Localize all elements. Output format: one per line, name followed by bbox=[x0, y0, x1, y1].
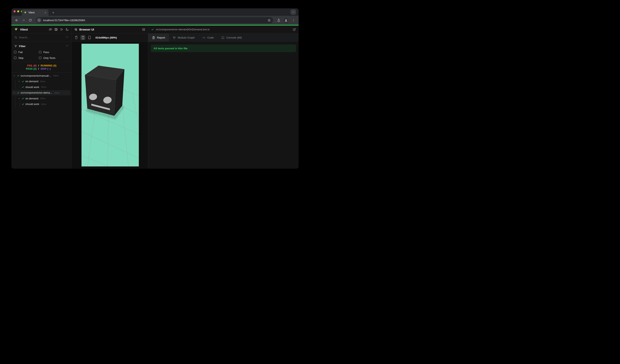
device-tablet-icon[interactable] bbox=[87, 35, 92, 40]
banner-text: All tests passed in this file bbox=[154, 47, 187, 50]
pass-check-icon bbox=[22, 86, 24, 88]
profile-avatar-icon[interactable] bbox=[283, 18, 289, 23]
tested-app-viewport[interactable] bbox=[81, 44, 139, 166]
pass-count: PASS (2) bbox=[11, 67, 37, 70]
traffic-lights bbox=[14, 10, 23, 12]
all-tests-passed-banner: All tests passed in this file bbox=[151, 44, 296, 52]
report-file-header: src/components/on-demand/OnDemand.test.t… bbox=[148, 26, 299, 33]
browser-ui-panel: Browser UI 414x896px (68%) bbox=[72, 26, 148, 169]
pass-check-icon bbox=[22, 80, 24, 83]
status-summary: FAIL (0) / RUNNING (0) PASS (2) / SKIP (… bbox=[11, 62, 71, 73]
device-phone-add-icon[interactable] bbox=[80, 35, 85, 40]
back-arrow-icon[interactable] bbox=[14, 17, 19, 23]
sidebar-header: Vitest bbox=[11, 26, 71, 33]
device-phone-small-icon[interactable] bbox=[74, 35, 79, 40]
tree-item-label: src/components/manual/… bbox=[21, 74, 51, 77]
dashboard-icon[interactable] bbox=[54, 28, 58, 31]
filter-options: Fail Pass Skip Only Tests bbox=[11, 50, 71, 60]
url-text[interactable]: localhost:5173/#/?file=1828625563 bbox=[43, 19, 267, 22]
clear-filter-icon[interactable] bbox=[65, 36, 68, 39]
stacked-windows-icon[interactable] bbox=[49, 28, 52, 31]
close-window-button[interactable] bbox=[14, 10, 16, 12]
vitest-logo-icon bbox=[14, 28, 18, 31]
checkbox[interactable] bbox=[39, 57, 41, 59]
flask-icon[interactable] bbox=[276, 17, 281, 23]
checkbox-label: Only Tests bbox=[43, 57, 55, 59]
dock-panel-right-icon[interactable] bbox=[142, 28, 145, 31]
chevron-down-icon[interactable] bbox=[13, 91, 16, 94]
tree-item-duration: 55ms bbox=[41, 86, 46, 88]
checkbox-label: Pass bbox=[43, 51, 49, 54]
globe-icon bbox=[74, 28, 78, 31]
report-clipboard-icon bbox=[152, 36, 155, 39]
chevron-down-icon[interactable] bbox=[13, 74, 16, 77]
chevron-down-icon[interactable] bbox=[17, 97, 21, 100]
search-bar[interactable]: Search... bbox=[11, 33, 71, 42]
viewport-size-label[interactable]: 414x896px (68%) bbox=[95, 36, 117, 39]
checkbox[interactable] bbox=[14, 57, 16, 59]
tab-search-chevron-icon[interactable] bbox=[290, 9, 296, 15]
pass-check-icon bbox=[17, 91, 20, 94]
tab-report[interactable]: Report bbox=[148, 33, 169, 42]
tab-module-graph[interactable]: Module Graph bbox=[169, 33, 199, 42]
filter-checkbox-only-tests[interactable]: Only Tests bbox=[39, 56, 71, 60]
tab-label: Module Graph bbox=[178, 36, 195, 39]
reload-icon[interactable] bbox=[27, 17, 33, 23]
browser-window: Vitest bbox=[11, 8, 299, 169]
tab-console[interactable]: Console (69) bbox=[217, 33, 246, 42]
checkbox[interactable] bbox=[39, 51, 41, 53]
bookmark-star-icon[interactable] bbox=[267, 18, 271, 23]
browser-toolbar: localhost:5173/#/?file=1828625563 bbox=[11, 16, 299, 25]
checkbox[interactable] bbox=[14, 51, 16, 53]
status-separator: / bbox=[38, 67, 40, 70]
tree-row[interactable]: on demand 56ms bbox=[11, 79, 71, 84]
search-input[interactable]: Search... bbox=[19, 36, 64, 39]
app-title: Vitest bbox=[20, 28, 47, 31]
tab-label: Code bbox=[207, 36, 214, 39]
vitest-favicon bbox=[24, 11, 27, 14]
pass-check-icon bbox=[22, 103, 24, 106]
chevron-down-icon[interactable] bbox=[17, 80, 21, 83]
tree-item-duration: 56ms bbox=[40, 80, 46, 83]
tree-row[interactable]: src/components/on-dema… 43ms bbox=[11, 90, 71, 96]
pass-check-icon bbox=[17, 74, 20, 77]
clear-filter-icon[interactable] bbox=[65, 45, 68, 48]
filter-section: Filter Fail Pass Skip Only Tests bbox=[11, 42, 71, 62]
toolbar-right-icons bbox=[276, 17, 296, 23]
external-link-icon[interactable] bbox=[293, 28, 296, 31]
close-tab-icon[interactable] bbox=[44, 11, 47, 14]
tab-strip: Vitest bbox=[11, 8, 299, 16]
filter-title: Filter bbox=[19, 45, 64, 48]
tree-item-duration: 43ms bbox=[54, 92, 60, 94]
tree-row[interactable]: should work 43ms bbox=[11, 101, 71, 107]
filter-checkbox-pass[interactable]: Pass bbox=[39, 50, 71, 54]
tree-item-label: on demand bbox=[25, 80, 38, 83]
tree-row[interactable]: should work 55ms bbox=[11, 84, 71, 90]
tab-code[interactable]: Code bbox=[199, 33, 217, 42]
checkbox-label: Skip bbox=[18, 57, 23, 59]
tab-title: Vitest bbox=[28, 11, 42, 14]
minimize-window-button[interactable] bbox=[17, 10, 19, 12]
filter-checkbox-fail[interactable]: Fail bbox=[14, 50, 39, 54]
new-tab-button[interactable] bbox=[50, 10, 56, 15]
tree-row[interactable]: on demand 43ms bbox=[11, 96, 71, 101]
code-icon bbox=[202, 36, 205, 39]
site-info-icon[interactable] bbox=[37, 18, 42, 23]
kebab-menu-icon[interactable] bbox=[291, 17, 296, 23]
browser-tab[interactable]: Vitest bbox=[22, 9, 48, 16]
tree-row[interactable]: src/components/manual/… 56ms bbox=[11, 73, 71, 79]
forward-arrow-icon[interactable] bbox=[21, 17, 26, 23]
browser-ui-header: Browser UI bbox=[72, 26, 148, 33]
device-toolbar: 414x896px (68%) bbox=[72, 33, 148, 42]
tree-item-label: should work bbox=[25, 102, 39, 106]
checkbox-label: Fail bbox=[18, 51, 23, 54]
filter-checkbox-skip[interactable]: Skip bbox=[14, 56, 39, 60]
search-icon bbox=[14, 36, 17, 39]
url-bar[interactable]: localhost:5173/#/?file=1828625563 bbox=[36, 17, 273, 23]
run-all-play-icon[interactable] bbox=[60, 28, 63, 31]
test-file-path: src/components/on-demand/OnDemand.test.t… bbox=[156, 28, 291, 31]
tree-item-duration: 56ms bbox=[53, 74, 59, 77]
desktop-background: Vitest bbox=[0, 0, 310, 182]
funnel-icon bbox=[14, 45, 17, 48]
dark-mode-moon-icon[interactable] bbox=[65, 28, 69, 31]
